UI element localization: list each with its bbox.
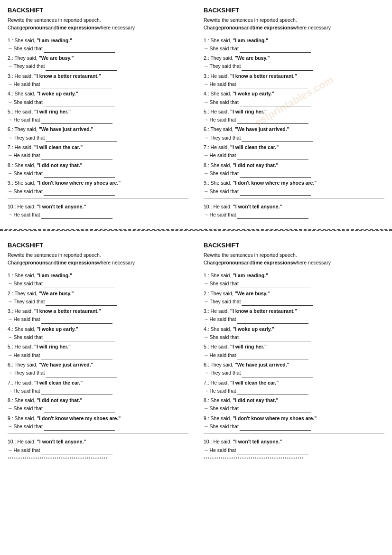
item-6: 6.: They said, "We have just arrived." →… — [8, 125, 188, 142]
answer-6: → They said that — [8, 133, 188, 142]
answer-3: → He said that — [8, 80, 188, 88]
item-bl7: 7.: He said, "I will clean the car." → H… — [8, 379, 188, 395]
instr-and: and — [48, 25, 56, 30]
instr-bold1: pronouns — [25, 25, 48, 30]
instr-and-r: and — [244, 25, 252, 30]
answer-9: → She said that — [8, 187, 188, 196]
item-r1: 1.: She said, "I am reading." → She said… — [204, 37, 384, 53]
item-r8: 8.: She said, "I did not say that." → Sh… — [204, 161, 384, 178]
item-r7: 7.: He said, "I will clean the car." → H… — [204, 143, 384, 160]
worksheet-top-left: BACKSHIFT Rewrite the sentences in repor… — [0, 0, 196, 225]
instr-bold1-r: pronouns — [221, 25, 244, 30]
sentence-7: 7.: He said, "I will clean the car." — [8, 143, 188, 151]
item-br4: 4.: She said, "I woke up early." → She s… — [204, 325, 384, 342]
item-r3: 3.: He said, "I know a better restaurant… — [204, 72, 384, 89]
item-br10: 10.: He said: "I won't tell anyone." → H… — [204, 438, 384, 454]
title-top-right: BACKSHIFT — [204, 7, 384, 14]
item-bl5: 5.: He said, "I will ring her." → He sai… — [8, 343, 188, 359]
item-br6: 6.: They said, "We have just arrived." →… — [204, 361, 384, 377]
answer-4: → She said that — [8, 98, 188, 106]
stars-bottom-left: ****************************************… — [8, 456, 188, 461]
worksheet-bottom-left: BACKSHIFT Rewrite the sentences in repor… — [0, 235, 196, 465]
item-br5: 5.: He said, "I will ring her." → He sai… — [204, 343, 384, 359]
item-8: 8.: She said, "I did not say that." → Sh… — [8, 161, 188, 178]
item-r4: 4.: She said, "I woke up early." → She s… — [204, 90, 384, 106]
item-bl6: 6.: They said, "We have just arrived." →… — [8, 361, 188, 377]
item-r5: 5.: He said, "I will ring her." → He sai… — [204, 108, 384, 124]
item-4: 4.: She said, "I woke up early." → She s… — [8, 90, 188, 106]
top-half: BACKSHIFT Rewrite the sentences in repor… — [0, 0, 392, 230]
instructions-top-right: Rewrite the sentences in reported speech… — [204, 17, 384, 32]
sentence-1: 1.: She said, "I am reading." — [8, 37, 188, 45]
item-bl8: 8.: She said, "I did not say that." → Sh… — [8, 396, 188, 413]
answer-5: → He said that — [8, 116, 188, 124]
item-5: 5.: He said, "I will ring her." → He sai… — [8, 108, 188, 124]
sentence-8: 8.: She said, "I did not say that." — [8, 161, 188, 169]
item-br2: 2.: They said, "We are busy." → They sai… — [204, 290, 384, 306]
item-r10: 10.: He said: "I won't tell anyone." → H… — [204, 203, 384, 219]
item-3: 3.: He said, "I know a better restaurant… — [8, 72, 188, 89]
instr-pre-r: Change — [204, 25, 221, 30]
sentence-2: 2.: They said, "We are busy." — [8, 54, 188, 62]
worksheet-bottom-right: BACKSHIFT Rewrite the sentences in repor… — [196, 235, 392, 465]
item-br8: 8.: She said, "I did not say that." → Sh… — [204, 396, 384, 413]
instructions-top-left: Rewrite the sentences in reported speech… — [8, 17, 188, 32]
sentence-3: 3.: He said, "I know a better restaurant… — [8, 72, 188, 80]
title-bottom-left: BACKSHIFT — [8, 242, 188, 249]
item-bl2: 2.: They said, "We are busy." → They sai… — [8, 290, 188, 306]
instr-pre: Change — [8, 25, 25, 30]
instructions-bottom-right: Rewrite the sentences in reported speech… — [204, 252, 384, 267]
instr-bold2-r: time expressions — [252, 25, 293, 30]
instr-post-r: where necessary. — [293, 25, 332, 30]
sentence-4: 4.: She said, "I woke up early." — [8, 90, 188, 98]
item-2: 2.: They said, "We are busy." → They sai… — [8, 54, 188, 71]
instructions-line1-r: Rewrite the sentences in reported speech… — [204, 17, 297, 23]
item-r9: 9.: She said, "I don't know where my sho… — [204, 179, 384, 196]
instr-bold2: time expressions — [56, 25, 97, 30]
title-top-left: BACKSHIFT — [8, 7, 188, 14]
item-10: 10.: He said: "I won't tell anyone." → H… — [8, 203, 188, 219]
sentence-9: 9.: She said, "I don't know where my sho… — [8, 179, 188, 187]
item-bl9: 9.: She said, "I don't know where my sho… — [8, 414, 188, 431]
answer-7: → He said that — [8, 151, 188, 160]
title-bottom-right: BACKSHIFT — [204, 242, 384, 249]
instr-post: where necessary. — [97, 25, 136, 30]
item-1: 1.: She said, "I am reading." → She said… — [8, 37, 188, 53]
answer-2: → They said that — [8, 62, 188, 71]
item-bl4: 4.: She said, "I woke up early." → She s… — [8, 325, 188, 342]
worksheet-top-right: BACKSHIFT Rewrite the sentences in repor… — [196, 0, 392, 225]
stars-bottom-right: ****************************************… — [204, 456, 384, 461]
item-9: 9.: She said, "I don't know where my sho… — [8, 179, 188, 196]
answer-1: → She said that — [8, 44, 188, 53]
item-bl3: 3.: He said, "I know a better restaurant… — [8, 307, 188, 324]
item-r6: 6.: They said, "We have just arrived." →… — [204, 125, 384, 142]
instructions-line1: Rewrite the sentences in reported speech… — [8, 17, 101, 23]
item-r2: 2.: They said, "We are busy." → They sai… — [204, 54, 384, 71]
instructions-bottom-left: Rewrite the sentences in reported speech… — [8, 252, 188, 267]
item-br7: 7.: He said, "I will clean the car." → H… — [204, 379, 384, 395]
item-bl10: 10.: He said: "I won't tell anyone." → H… — [8, 438, 188, 454]
sentence-5: 5.: He said, "I will ring her." — [8, 108, 188, 116]
item-br3: 3.: He said, "I know a better restaurant… — [204, 307, 384, 324]
item-br9: 9.: She said, "I don't know where my sho… — [204, 414, 384, 431]
answer-10: → He said that — [8, 211, 188, 219]
item-7: 7.: He said, "I will clean the car." → H… — [8, 143, 188, 160]
item-br1: 1.: She said, "I am reading." → She said… — [204, 272, 384, 288]
page: BACKSHIFT Rewrite the sentences in repor… — [0, 0, 392, 555]
bottom-half: BACKSHIFT Rewrite the sentences in repor… — [0, 231, 392, 465]
item-bl1: 1.: She said, "I am reading." → She said… — [8, 272, 188, 288]
sentence-6: 6.: They said, "We have just arrived." — [8, 125, 188, 133]
sentence-10: 10.: He said: "I won't tell anyone." — [8, 203, 188, 211]
answer-8: → She said that — [8, 169, 188, 178]
